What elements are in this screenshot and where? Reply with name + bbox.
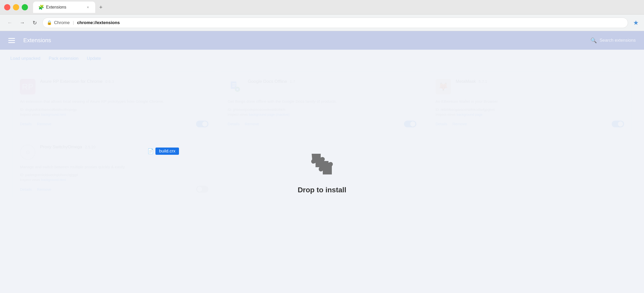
lock-icon: 🔒 (47, 20, 52, 25)
tab-close-button[interactable]: × (86, 5, 90, 10)
tab-puzzle-icon: 🧩 (38, 4, 44, 10)
minimize-button[interactable] (13, 4, 19, 10)
extensions-page-title: Extensions (23, 37, 584, 44)
close-button[interactable] (4, 4, 10, 10)
search-placeholder: Search extensions (600, 38, 636, 43)
drop-to-install-text: Drop to install (298, 186, 346, 194)
reload-button[interactable]: ↻ (30, 18, 39, 27)
search-bar[interactable]: 🔍 Search extensions (590, 37, 636, 43)
drop-zone: Drop to install (298, 149, 346, 194)
maximize-button[interactable] (22, 4, 28, 10)
extensions-tab[interactable]: 🧩 Extensions × (33, 2, 95, 13)
tab-title: Extensions (46, 5, 84, 10)
extensions-header: Extensions 🔍 Search extensions (0, 31, 644, 50)
address-separator: | (73, 20, 74, 25)
tab-bar: 🧩 Extensions × + (33, 2, 640, 13)
browser-frame: 🧩 Extensions × + ← → ↻ 🔒 Chrome | chrome… (0, 0, 644, 293)
content-area: Load unpacked Pack extension Update RP A… (0, 50, 644, 293)
address-origin: Chrome (54, 20, 70, 25)
drop-overlay: Drop to install (0, 50, 644, 293)
nav-bar: ← → ↻ 🔒 Chrome | chrome://extensions ★ (0, 14, 644, 31)
address-bar[interactable]: 🔒 Chrome | chrome://extensions (42, 18, 628, 28)
drop-puzzle-icon (306, 149, 338, 180)
hamburger-menu-button[interactable] (8, 38, 15, 43)
traffic-lights (4, 4, 28, 10)
search-icon: 🔍 (590, 37, 597, 43)
bookmark-star-icon[interactable]: ★ (633, 19, 639, 26)
forward-button[interactable]: → (18, 18, 27, 27)
new-tab-button[interactable]: + (96, 3, 106, 12)
title-bar: 🧩 Extensions × + (0, 0, 644, 14)
back-button[interactable]: ← (5, 18, 14, 27)
address-path: chrome://extensions (77, 20, 120, 25)
